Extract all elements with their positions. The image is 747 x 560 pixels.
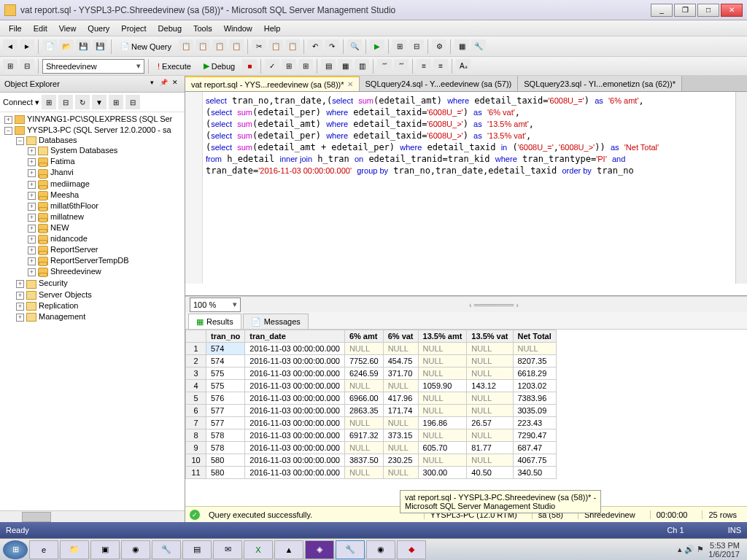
expand-icon[interactable]: + bbox=[28, 158, 36, 166]
expand-icon[interactable]: + bbox=[16, 314, 24, 322]
minimize-button[interactable]: _ bbox=[651, 4, 673, 17]
cell[interactable]: 2016-11-03 00:00:00.000 bbox=[245, 355, 345, 368]
explorer-dropdown-icon[interactable]: ▾ bbox=[147, 79, 157, 89]
cell[interactable]: NULL bbox=[467, 343, 513, 355]
expand-icon[interactable]: + bbox=[28, 246, 36, 254]
row-number[interactable]: 1 bbox=[186, 343, 206, 355]
cut-button[interactable]: ✂ bbox=[252, 39, 266, 54]
cell[interactable]: 143.12 bbox=[467, 380, 513, 392]
expand-icon[interactable]: + bbox=[28, 192, 36, 200]
restore-button[interactable]: ❐ bbox=[674, 4, 696, 17]
menu-file[interactable]: File bbox=[3, 22, 28, 35]
tb2-icon-5[interactable]: Aₐ bbox=[456, 59, 471, 74]
cell[interactable]: 574 bbox=[206, 355, 245, 368]
expand-icon[interactable]: + bbox=[28, 214, 36, 222]
cell[interactable]: 2016-11-03 00:00:00.000 bbox=[245, 392, 345, 405]
taskbar-explorer[interactable]: 📁 bbox=[60, 540, 89, 559]
tray-icons[interactable]: ▴ 🔊 ⚑ bbox=[678, 545, 704, 554]
cell[interactable]: NULL bbox=[383, 467, 418, 479]
cell[interactable]: NULL bbox=[467, 392, 513, 405]
save-button[interactable]: 💾 bbox=[76, 39, 90, 54]
column-header[interactable]: 6% vat bbox=[383, 330, 418, 343]
menu-edit[interactable]: Edit bbox=[28, 22, 53, 35]
scrollbar-thumb[interactable] bbox=[22, 512, 51, 522]
column-header[interactable]: tran_no bbox=[206, 330, 245, 343]
taskbar-app2[interactable]: 🔧 bbox=[152, 540, 181, 559]
cell[interactable]: NULL bbox=[344, 380, 383, 392]
cell[interactable]: 373.15 bbox=[383, 429, 418, 442]
redo-button[interactable]: ↷ bbox=[325, 39, 339, 54]
cell[interactable]: 230.25 bbox=[383, 454, 418, 467]
cell[interactable]: 2863.35 bbox=[344, 405, 383, 417]
cell[interactable]: NULL bbox=[344, 442, 383, 454]
cell[interactable]: 2016-11-03 00:00:00.000 bbox=[245, 380, 345, 392]
row-number[interactable]: 2 bbox=[186, 355, 206, 368]
pin-icon[interactable]: 📌 bbox=[158, 79, 169, 89]
run-button[interactable]: ▶ bbox=[370, 39, 384, 54]
expand-icon[interactable]: + bbox=[16, 280, 24, 288]
cell[interactable]: 340.50 bbox=[513, 467, 556, 479]
taskbar-ie[interactable]: e bbox=[29, 540, 58, 559]
start-button[interactable]: ⊞ bbox=[3, 540, 28, 559]
cell[interactable]: 2016-11-03 00:00:00.000 bbox=[245, 405, 345, 417]
table-row[interactable]: 95782016-11-03 00:00:00.000NULLNULL605.7… bbox=[186, 442, 557, 454]
forward-button[interactable]: ► bbox=[20, 39, 34, 54]
table-row[interactable]: 15742016-11-03 00:00:00.000NULLNULLNULLN… bbox=[186, 343, 557, 355]
explorer-refresh-icon[interactable]: ↻ bbox=[75, 95, 90, 109]
cell[interactable]: 3035.09 bbox=[513, 405, 556, 417]
debug-button[interactable]: ▶ Debug bbox=[198, 59, 240, 74]
row-number[interactable]: 11 bbox=[186, 467, 206, 479]
cell[interactable]: NULL bbox=[467, 355, 513, 368]
tab[interactable]: SQLquery24.sql - Y...eedevinew (sa (57)) bbox=[360, 76, 519, 91]
cell[interactable]: 575 bbox=[206, 380, 245, 392]
cell[interactable]: 2016-11-03 00:00:00.000 bbox=[245, 454, 345, 467]
row-number[interactable]: 8 bbox=[186, 429, 206, 442]
cell[interactable]: 2016-11-03 00:00:00.000 bbox=[245, 343, 345, 355]
explorer-tb-3[interactable]: ⊞ bbox=[109, 95, 123, 109]
sql-text[interactable]: select tran_no,tran_date,(select sum(ede… bbox=[206, 95, 659, 176]
tb-icon-6[interactable]: ⊟ bbox=[409, 39, 424, 54]
cell[interactable]: 2016-11-03 00:00:00.000 bbox=[245, 429, 345, 442]
column-header[interactable]: 6% amt bbox=[344, 330, 383, 343]
row-number[interactable]: 4 bbox=[186, 380, 206, 392]
cell[interactable]: 578 bbox=[206, 429, 245, 442]
system-tray[interactable]: ▴ 🔊 ⚑ 5:53 PM1/6/2017 bbox=[673, 541, 744, 559]
cell[interactable]: 7290.47 bbox=[513, 429, 556, 442]
cell[interactable]: NULL bbox=[344, 417, 383, 429]
expand-icon[interactable]: + bbox=[4, 116, 12, 124]
copy-button[interactable]: 📋 bbox=[268, 39, 283, 54]
cell[interactable]: 8207.35 bbox=[513, 355, 556, 368]
cell[interactable]: 2016-11-03 00:00:00.000 bbox=[245, 417, 345, 429]
cell[interactable]: 580 bbox=[206, 454, 245, 467]
cell[interactable]: 7752.60 bbox=[344, 355, 383, 368]
cell[interactable]: 575 bbox=[206, 368, 245, 380]
row-number[interactable]: 5 bbox=[186, 392, 206, 405]
expand-icon[interactable]: + bbox=[28, 236, 36, 244]
expand-icon[interactable]: + bbox=[28, 169, 36, 177]
menu-project[interactable]: Project bbox=[115, 22, 152, 35]
expand-icon[interactable]: + bbox=[28, 225, 36, 233]
cell[interactable]: 2016-11-03 00:00:00.000 bbox=[245, 368, 345, 380]
cell[interactable]: 576 bbox=[206, 392, 245, 405]
row-number[interactable]: 3 bbox=[186, 368, 206, 380]
stop-button[interactable]: ■ bbox=[242, 59, 257, 74]
cell[interactable]: NULL bbox=[344, 467, 383, 479]
taskbar-excel[interactable]: X bbox=[244, 540, 273, 559]
new-query-button[interactable]: 📄 New Query bbox=[115, 39, 177, 54]
cell[interactable]: 578 bbox=[206, 442, 245, 454]
cell[interactable]: 81.77 bbox=[467, 442, 513, 454]
explorer-tb-4[interactable]: ⊟ bbox=[125, 95, 140, 109]
results-text-button[interactable]: ▤ bbox=[321, 59, 336, 74]
cell[interactable]: NULL bbox=[513, 343, 556, 355]
cell[interactable]: 300.00 bbox=[418, 467, 467, 479]
collapse-icon[interactable]: − bbox=[16, 137, 24, 145]
back-button[interactable]: ◄ bbox=[3, 39, 18, 54]
taskbar-app3[interactable]: ▤ bbox=[182, 540, 212, 559]
cell[interactable]: NULL bbox=[418, 405, 467, 417]
cell[interactable]: 196.86 bbox=[418, 417, 467, 429]
menu-help[interactable]: Help bbox=[258, 22, 287, 35]
cell[interactable]: 6246.59 bbox=[344, 368, 383, 380]
row-number[interactable]: 10 bbox=[186, 454, 206, 467]
cell[interactable]: NULL bbox=[467, 405, 513, 417]
row-number[interactable]: 9 bbox=[186, 442, 206, 454]
